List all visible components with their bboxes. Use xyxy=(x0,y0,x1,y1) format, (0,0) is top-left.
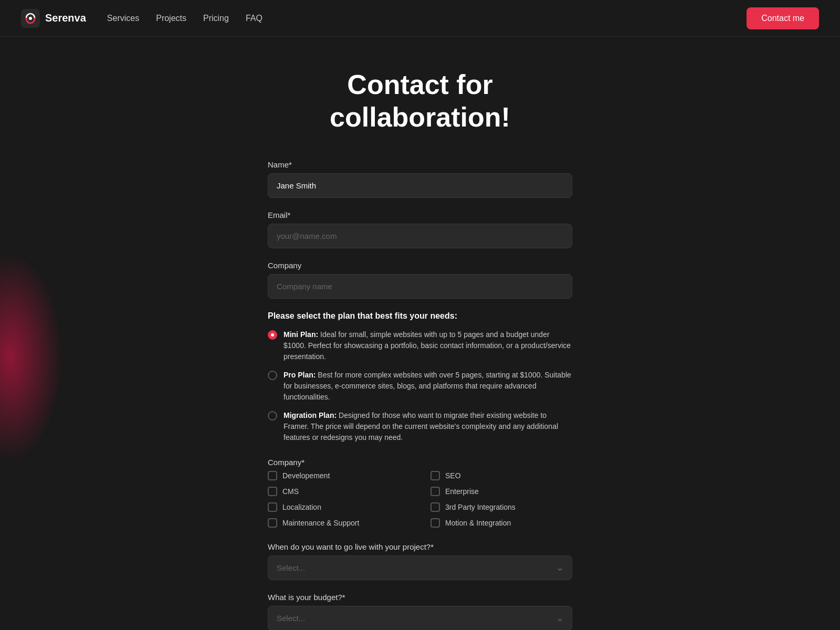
plan-pro-label: Pro Plan: Best for more complex websites… xyxy=(284,370,572,403)
company-label: Company xyxy=(268,261,572,270)
plan-section-title: Please select the plan that best fits yo… xyxy=(268,311,572,321)
service-maintenance-label: Maintenance & Support xyxy=(282,519,359,527)
navbar: Serenva Services Projects Pricing FAQ Co… xyxy=(0,0,840,37)
nav-link-pricing[interactable]: Pricing xyxy=(203,14,229,23)
contact-me-button[interactable]: Contact me xyxy=(747,7,819,29)
plan-mini-item[interactable]: Mini Plan: Ideal for small, simple websi… xyxy=(268,329,572,362)
service-developement-label: Developement xyxy=(282,471,330,480)
go-live-label: When do you want to go live with your pr… xyxy=(268,542,572,551)
service-developement-checkbox[interactable] xyxy=(268,471,277,480)
nav-link-services[interactable]: Services xyxy=(107,14,139,23)
nav-links: Services Projects Pricing FAQ xyxy=(107,14,262,23)
service-seo-label: SEO xyxy=(445,471,461,480)
service-maintenance-checkbox[interactable] xyxy=(268,518,277,528)
plan-migration-radio[interactable] xyxy=(268,411,277,421)
services-group: Company* Developement SEO CMS Enterprise… xyxy=(268,458,572,528)
plan-selection-group: Please select the plan that best fits yo… xyxy=(268,311,572,443)
main-content: Contact for collaboration! Name* Email* … xyxy=(257,37,583,630)
email-field-group: Email* xyxy=(268,211,572,248)
service-cms-item[interactable]: CMS xyxy=(268,487,410,496)
service-enterprise-label: Enterprise xyxy=(445,487,479,496)
service-enterprise-item[interactable]: Enterprise xyxy=(430,487,572,496)
service-localization-checkbox[interactable] xyxy=(268,502,277,512)
logo[interactable]: Serenva xyxy=(21,9,86,28)
service-seo-checkbox[interactable] xyxy=(430,471,440,480)
nav-link-projects[interactable]: Projects xyxy=(156,14,186,23)
go-live-select-wrapper: Select... Within 1 month 1-3 months 3-6 … xyxy=(268,555,572,580)
service-maintenance-item[interactable]: Maintenance & Support xyxy=(268,518,410,528)
nav-left: Serenva Services Projects Pricing FAQ xyxy=(21,9,262,28)
plan-pro-radio[interactable] xyxy=(268,371,277,380)
service-localization-label: Localization xyxy=(282,503,321,511)
plan-mini-radio[interactable] xyxy=(268,330,277,340)
name-input[interactable] xyxy=(268,173,572,198)
checkbox-grid: Developement SEO CMS Enterprise Localiza… xyxy=(268,471,572,528)
plan-pro-bold: Pro Plan: xyxy=(284,371,316,379)
budget-select[interactable]: Select... Under $1000 $1000 - $5000 $500… xyxy=(268,606,572,630)
plan-mini-bold: Mini Plan: xyxy=(284,330,318,339)
service-third-party-label: 3rd Party Integrations xyxy=(445,503,516,511)
name-label: Name* xyxy=(268,160,572,169)
budget-group: What is your budget?* Select... Under $1… xyxy=(268,593,572,630)
service-developement-item[interactable]: Developement xyxy=(268,471,410,480)
plan-migration-label: Migration Plan: Designed for those who w… xyxy=(284,410,572,443)
service-third-party-item[interactable]: 3rd Party Integrations xyxy=(430,502,572,512)
plan-mini-text: Ideal for small, simple websites with up… xyxy=(284,330,571,361)
company-input[interactable] xyxy=(268,274,572,299)
service-motion-checkbox[interactable] xyxy=(430,518,440,528)
plan-pro-text: Best for more complex websites with over… xyxy=(284,371,571,401)
services-label: Company* xyxy=(268,458,572,467)
plan-pro-item[interactable]: Pro Plan: Best for more complex websites… xyxy=(268,370,572,403)
logo-icon xyxy=(21,9,40,28)
service-seo-item[interactable]: SEO xyxy=(430,471,572,480)
nav-link-faq[interactable]: FAQ xyxy=(246,14,262,23)
service-localization-item[interactable]: Localization xyxy=(268,502,410,512)
service-motion-label: Motion & Integration xyxy=(445,519,511,527)
go-live-group: When do you want to go live with your pr… xyxy=(268,542,572,580)
service-motion-item[interactable]: Motion & Integration xyxy=(430,518,572,528)
email-input[interactable] xyxy=(268,224,572,248)
email-label: Email* xyxy=(268,211,572,219)
service-third-party-checkbox[interactable] xyxy=(430,502,440,512)
budget-select-wrapper: Select... Under $1000 $1000 - $5000 $500… xyxy=(268,606,572,630)
name-field-group: Name* xyxy=(268,160,572,198)
logo-text: Serenva xyxy=(45,12,86,24)
svg-point-1 xyxy=(29,17,32,20)
radio-group: Mini Plan: Ideal for small, simple websi… xyxy=(268,329,572,443)
go-live-select[interactable]: Select... Within 1 month 1-3 months 3-6 … xyxy=(268,555,572,580)
plan-migration-item[interactable]: Migration Plan: Designed for those who w… xyxy=(268,410,572,443)
budget-label: What is your budget?* xyxy=(268,593,572,602)
company-field-group: Company xyxy=(268,261,572,299)
plan-mini-label: Mini Plan: Ideal for small, simple websi… xyxy=(284,329,572,362)
service-enterprise-checkbox[interactable] xyxy=(430,487,440,496)
service-cms-checkbox[interactable] xyxy=(268,487,277,496)
left-glow-decoration xyxy=(0,252,63,462)
page-title: Contact for collaboration! xyxy=(268,68,572,134)
service-cms-label: CMS xyxy=(282,487,299,496)
plan-migration-bold: Migration Plan: xyxy=(284,411,337,419)
